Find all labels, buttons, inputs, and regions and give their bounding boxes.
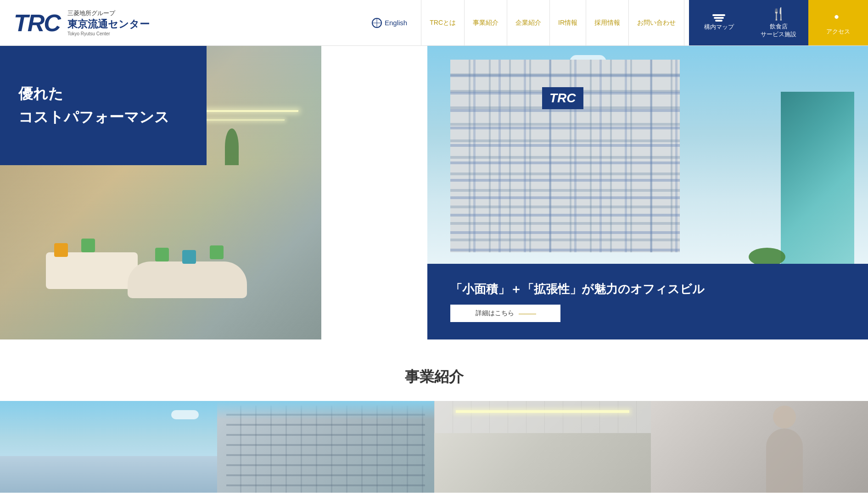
hero-title-line1: 優れた	[18, 82, 188, 106]
hero-title: 優れた コストパフォーマンス	[18, 82, 188, 129]
food-button-label: 飲食店 サービス施設	[761, 23, 796, 39]
thumbnail-building	[217, 401, 434, 493]
logo-trc: TRC	[14, 11, 60, 35]
map-button[interactable]: 構内マップ	[689, 0, 749, 45]
pin-icon	[831, 10, 845, 26]
thumbnail-person	[651, 401, 868, 493]
hero-detail-button[interactable]: 詳細はこちら	[450, 305, 560, 322]
lang-switcher[interactable]: English	[363, 18, 416, 28]
nav-contact[interactable]: お問い合わせ	[629, 0, 684, 46]
logo-text: 三菱地所グループ 東京流通センター Tokyo Ryutsu Center	[67, 9, 150, 36]
thumbnail-person-img	[651, 401, 868, 493]
thumbnail-interior-img	[434, 401, 651, 493]
nav-links: TRCとは 事業紹介 企業紹介 IR情報 採用情報 お問い合わせ	[416, 0, 689, 46]
thumbnail-building-img	[217, 401, 434, 493]
food-button[interactable]: 🍴 飲食店 サービス施設	[749, 0, 808, 45]
logo-area: TRC 三菱地所グループ 東京流通センター Tokyo Ryutsu Cente…	[0, 0, 163, 45]
business-section-title: 事業紹介	[0, 367, 868, 387]
building-trc-sign: TRC	[542, 87, 583, 109]
hero-text-overlay: 優れた コストパフォーマンス	[0, 46, 207, 165]
thumbnail-sky-img	[0, 401, 217, 493]
logo-name-jp: 東京流通センター	[67, 17, 150, 31]
access-button[interactable]: アクセス	[808, 0, 868, 45]
header-actions: 構内マップ 🍴 飲食店 サービス施設 アクセス	[689, 0, 868, 45]
access-button-label: アクセス	[826, 28, 850, 36]
thumbnail-sky	[0, 401, 217, 493]
nav-ir[interactable]: IR情報	[550, 0, 586, 46]
globe-icon	[372, 18, 382, 28]
logo-name-en: Tokyo Ryutsu Center	[67, 31, 150, 36]
nav-recruit[interactable]: 採用情報	[586, 0, 629, 46]
hero-desc-overlay: 「小面積」＋「拡張性」が魅力のオフィスビル 詳細はこちら	[427, 264, 868, 339]
main-header: TRC 三菱地所グループ 東京流通センター Tokyo Ryutsu Cente…	[0, 0, 868, 46]
thumbnail-interior	[434, 401, 651, 493]
layers-icon	[712, 14, 725, 22]
food-icon: 🍴	[771, 7, 786, 21]
hero-title-line2: コストパフォーマンス	[18, 106, 188, 129]
logo-group: 三菱地所グループ	[67, 9, 150, 17]
thumbnails-row	[0, 401, 868, 493]
nav-about[interactable]: TRCとは	[421, 0, 465, 46]
hero-desc-text: 「小面積」＋「拡張性」が魅力のオフィスビル	[450, 281, 845, 297]
business-section: 事業紹介	[0, 339, 868, 401]
building-facade: TRC	[450, 60, 680, 252]
hero-section: 優れた コストパフォーマンス	[0, 46, 868, 339]
map-button-label: 構内マップ	[704, 23, 734, 31]
nav-business[interactable]: 事業紹介	[465, 0, 507, 46]
nav-company[interactable]: 企業紹介	[507, 0, 550, 46]
lang-label: English	[385, 19, 407, 27]
building-photo: TRC	[427, 46, 868, 266]
main-nav: English TRCとは 事業紹介 企業紹介 IR情報 採用情報 お問い合わせ	[163, 0, 689, 45]
